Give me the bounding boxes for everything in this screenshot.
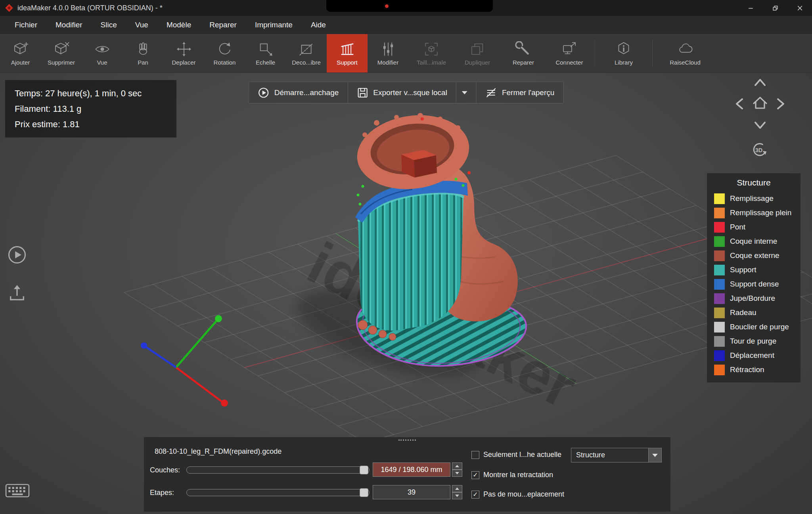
stepper-down-button[interactable] <box>452 492 462 499</box>
repair-button[interactable]: Reparer <box>500 34 546 73</box>
legend-row: Remplissage <box>707 191 801 206</box>
close-preview-label: Fermer l'aperçu <box>502 88 554 97</box>
menu-item-reparer[interactable]: Reparer <box>200 16 246 34</box>
menu-item-slice[interactable]: Slice <box>92 16 126 34</box>
menu-item-imprimante[interactable]: Imprimante <box>246 16 302 34</box>
library-icon <box>615 41 632 57</box>
tool-label: Taill...imale <box>417 59 446 66</box>
remove-model-button[interactable]: Supprimer <box>41 34 82 73</box>
rotate-left-button[interactable] <box>731 95 749 113</box>
checkbox[interactable] <box>471 491 479 499</box>
restore-button[interactable] <box>763 0 787 16</box>
minimize-icon <box>747 5 754 11</box>
menu-item-modifier[interactable]: Modifier <box>46 16 92 34</box>
viewport-3d[interactable]: ideaMaker <box>0 73 812 514</box>
keyboard-button[interactable] <box>5 481 30 499</box>
close-preview-button[interactable]: Fermer l'aperçu <box>477 82 563 103</box>
home-view-button[interactable] <box>751 95 769 113</box>
legend-row: Tour de purge <box>707 334 801 348</box>
toolbar-divider <box>595 40 595 67</box>
stepper-down-button[interactable] <box>452 470 462 477</box>
no-travel-moves-checkbox[interactable]: Pas de mou...eplacement <box>471 490 564 499</box>
structure-dropdown[interactable]: Structure <box>571 448 662 462</box>
window-title: ideaMaker 4.0.0 Beta (ORTUR OBSIDIAN) - … <box>17 4 163 12</box>
stepper-up-button[interactable] <box>452 485 462 492</box>
layers-slider-handle[interactable] <box>360 466 368 474</box>
add-model-button[interactable]: Ajouter <box>0 34 41 73</box>
stepper-up-button[interactable] <box>452 462 462 470</box>
tool-label: Rotation <box>214 59 236 66</box>
legend-row: Jupe/Bordure <box>707 291 801 306</box>
play-preview-button[interactable] <box>6 243 29 266</box>
menu-item-aide[interactable]: Aide <box>302 16 335 34</box>
only-current-layer-checkbox[interactable]: Seulement l...he actuelle <box>471 451 561 459</box>
rotate-button[interactable]: Rotation <box>204 34 245 73</box>
layers-value-field[interactable]: 1649 / 198.060 mm <box>373 462 450 477</box>
rotate-up-button[interactable] <box>751 74 769 92</box>
preview-action-bar: Démarre...anchage Exporter v...sque loca… <box>249 82 564 103</box>
legend-row: Remplissage plein <box>707 206 801 220</box>
menu-item-modele[interactable]: Modèle <box>157 16 200 34</box>
checkbox[interactable] <box>471 451 479 459</box>
tool-label: Connecter <box>555 59 583 66</box>
tool-label: Vue <box>97 59 107 66</box>
dropdown-arrow-button[interactable] <box>648 448 662 462</box>
show-retraction-checkbox[interactable]: Montrer la retractation <box>471 471 553 479</box>
duplicate-button[interactable]: Dupliquer <box>454 34 500 73</box>
threed-label: 3D <box>755 147 762 153</box>
stat-price: Prix estime: 1.81 <box>15 117 167 132</box>
free-cut-button[interactable]: Deco...ibre <box>286 34 327 73</box>
triangle-up-icon <box>455 465 459 467</box>
triangle-down-icon <box>455 472 459 474</box>
menu-bar: Fichier Modifier Slice Vue Modèle Repare… <box>0 16 812 34</box>
minimize-button[interactable] <box>738 0 763 16</box>
move-button[interactable]: Deplacer <box>163 34 204 73</box>
connect-button[interactable]: Connecter <box>546 34 592 73</box>
raisecloud-button[interactable]: RaiseCloud <box>655 34 715 73</box>
start-print-label: Démarre...anchage <box>274 88 339 97</box>
legend-row: Bouclier de purge <box>707 320 801 334</box>
layer-preview-panel: 808-10-10_leg_R_FDM(repaired).gcode Couc… <box>144 437 670 512</box>
layers-slider[interactable] <box>186 466 370 474</box>
rotate-down-button[interactable] <box>751 116 769 134</box>
steps-value-field[interactable]: 39 <box>373 485 450 499</box>
rotate-right-button[interactable] <box>771 95 789 113</box>
window-controls <box>738 0 812 16</box>
tool-label: Reparer <box>513 59 534 66</box>
print-stats-panel: Temps: 27 heure(s), 1 min, 0 sec Filamen… <box>5 80 176 138</box>
tool-label: Deco...ibre <box>292 59 321 66</box>
view-button[interactable]: Vue <box>82 34 123 73</box>
pan-button[interactable]: Pan <box>123 34 163 73</box>
legend-row: Déplacement <box>707 348 801 363</box>
steps-slider[interactable] <box>186 489 370 496</box>
scale-button[interactable]: Echelle <box>245 34 286 73</box>
structure-legend-panel: Structure Remplissage Remplissage plein … <box>707 173 801 382</box>
menu-item-fichier[interactable]: Fichier <box>6 16 46 34</box>
axis-triad <box>141 315 228 407</box>
menu-item-vue[interactable]: Vue <box>126 16 157 34</box>
legend-row: Pont <box>707 220 801 234</box>
stat-time: Temps: 27 heure(s), 1 min, 0 sec <box>15 86 167 101</box>
upload-button[interactable] <box>7 284 27 304</box>
panel-drag-handle[interactable] <box>398 439 416 441</box>
start-print-button[interactable]: Démarre...anchage <box>249 82 348 103</box>
close-button[interactable] <box>787 0 812 16</box>
tool-label: Deplacer <box>172 59 195 66</box>
steps-slider-handle[interactable] <box>360 488 368 497</box>
modify-button[interactable]: Modifier <box>368 34 408 73</box>
toggle-3d-view-button[interactable]: 3D <box>750 141 768 159</box>
color-swatch <box>714 279 725 290</box>
checkbox[interactable] <box>471 471 479 479</box>
eye-icon <box>94 41 111 57</box>
checkbox-label: Montrer la retractation <box>483 471 553 479</box>
library-button[interactable]: Library <box>598 34 650 73</box>
dropdown-value[interactable]: Structure <box>571 448 648 462</box>
export-button[interactable]: Exporter v...sque local <box>348 82 477 103</box>
model-toes <box>358 320 396 340</box>
export-dropdown-button[interactable] <box>456 82 467 103</box>
support-button[interactable]: Support <box>327 34 368 73</box>
color-swatch <box>714 250 725 261</box>
scale-icon <box>257 41 274 57</box>
close-preview-icon <box>485 87 497 99</box>
max-fit-button[interactable]: Taill...imale <box>408 34 454 73</box>
